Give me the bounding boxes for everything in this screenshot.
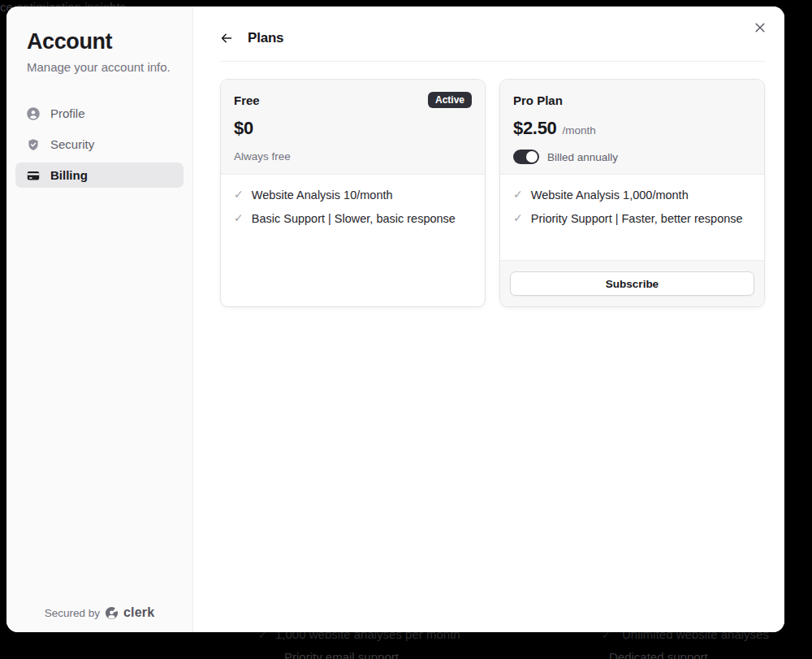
active-badge: Active [428, 92, 472, 108]
plan-price: $2.50 [513, 119, 557, 138]
plans-panel: Plans Free Active $0 Always free [193, 7, 784, 632]
sidebar-nav: Profile Security [6, 101, 192, 188]
backdrop-feature-text: Dedicated support [609, 650, 708, 659]
user-icon [27, 107, 40, 120]
sidebar-item-label: Security [50, 137, 94, 151]
plan-price-period: /month [563, 121, 596, 141]
backdrop-feature-text: Priority email support [284, 650, 399, 659]
clerk-brand-label: clerk [123, 605, 154, 620]
feature-item: ✓ Website Analysis 10/month [234, 187, 472, 203]
credit-card-icon [27, 169, 40, 182]
plan-caption: Always free [234, 150, 472, 163]
check-icon: ✓ [513, 210, 523, 227]
feature-item: ✓ Priority Support | Faster, better resp… [513, 210, 751, 227]
plan-price: $0 [234, 119, 253, 138]
billed-annually-toggle[interactable] [513, 150, 539, 164]
check-icon: ✓ [234, 187, 244, 203]
page-title: Account [27, 29, 172, 54]
back-button[interactable] [220, 31, 235, 46]
plan-features: ✓ Website Analysis 1,000/month ✓ Priorit… [500, 175, 764, 260]
arrow-left-icon [220, 32, 233, 45]
feature-text: Website Analysis 10/month [252, 187, 393, 203]
header-divider [220, 61, 765, 62]
plan-card-pro: Pro Plan $2.50 /month Billed annually [499, 79, 765, 307]
sidebar-item-label: Billing [50, 168, 88, 182]
plan-card-pro-header: Pro Plan $2.50 /month Billed annually [500, 80, 764, 175]
account-modal: Account Manage your account info. Profil… [6, 7, 784, 632]
feature-item: ✓ Website Analysis 1,000/month [513, 187, 751, 203]
feature-item: ✓ Basic Support | Slower, basic response [234, 210, 472, 227]
clerk-logo-icon [105, 606, 119, 620]
sidebar-item-label: Profile [50, 106, 85, 120]
plan-features: ✓ Website Analysis 10/month ✓ Basic Supp… [221, 175, 485, 306]
feature-text: Priority Support | Faster, better respon… [531, 210, 743, 227]
page-subtitle: Manage your account info. [27, 60, 172, 74]
check-icon: ✓ [513, 187, 523, 203]
plans-title: Plans [248, 30, 283, 46]
subscribe-button[interactable]: Subscribe [510, 271, 754, 296]
plan-card-free-header: Free Active $0 Always free [221, 80, 485, 175]
feature-text: Website Analysis 1,000/month [531, 187, 689, 203]
sidebar-item-security[interactable]: Security [15, 132, 184, 157]
sidebar-item-billing[interactable]: Billing [15, 163, 184, 188]
check-icon: ✓ [234, 210, 244, 227]
plan-name: Pro Plan [513, 93, 563, 107]
account-sidebar: Account Manage your account info. Profil… [6, 7, 193, 632]
sidebar-item-profile[interactable]: Profile [15, 101, 184, 126]
plans-header: Plans [220, 29, 765, 47]
secured-by-footer: Secured by clerk [6, 605, 192, 620]
plan-name: Free [234, 93, 260, 107]
billed-annually-label: Billed annually [547, 151, 618, 163]
plan-cards: Free Active $0 Always free ✓ Website Ana… [220, 79, 765, 307]
close-icon [754, 21, 767, 34]
feature-text: Basic Support | Slower, basic response [252, 210, 456, 227]
secured-by-label: Secured by [45, 607, 100, 619]
plan-card-free: Free Active $0 Always free ✓ Website Ana… [220, 79, 486, 307]
plan-card-pro-footer: Subscribe [500, 260, 764, 306]
close-button[interactable] [751, 20, 769, 37]
shield-check-icon [27, 138, 40, 151]
toggle-knob [526, 151, 538, 163]
